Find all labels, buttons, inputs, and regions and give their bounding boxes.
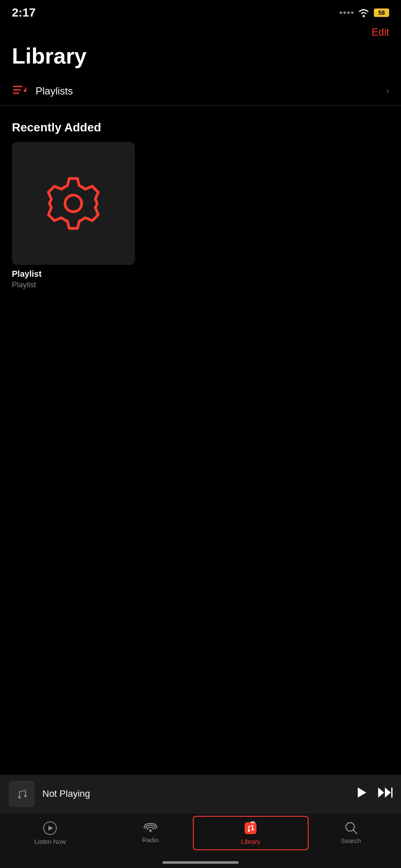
tab-radio[interactable]: Radio — [100, 819, 201, 845]
svg-point-5 — [18, 796, 21, 798]
mini-play-button[interactable] — [356, 787, 367, 801]
listen-now-icon — [43, 821, 57, 835]
mini-player-note-icon — [15, 787, 28, 800]
signal-icon — [340, 11, 354, 14]
svg-marker-9 — [385, 787, 391, 798]
play-icon — [356, 787, 367, 798]
svg-point-15 — [248, 830, 250, 832]
playlist-icon — [12, 83, 28, 99]
edit-button[interactable]: Edit — [372, 26, 389, 38]
tab-search-label: Search — [341, 837, 361, 844]
tab-bar: Listen Now Radio Library Searc — [0, 813, 401, 868]
skip-forward-icon — [377, 787, 393, 798]
home-indicator — [162, 861, 239, 864]
recently-added-header: Recently Added — [0, 106, 401, 142]
mini-player-art — [8, 781, 35, 807]
album-subtitle: Playlist — [12, 281, 135, 289]
album-card[interactable]: Playlist Playlist — [12, 142, 135, 289]
page-title: Library — [0, 40, 401, 77]
tab-search[interactable]: Search — [301, 819, 401, 846]
header-edit-area: Edit — [0, 23, 401, 40]
album-art — [12, 142, 135, 265]
tab-radio-label: Radio — [142, 836, 159, 843]
mini-player[interactable]: Not Playing — [0, 775, 401, 813]
svg-marker-8 — [378, 787, 384, 798]
gear-icon — [44, 174, 103, 233]
status-time: 2:17 — [12, 6, 36, 19]
status-bar: 2:17 58 — [0, 0, 401, 23]
svg-marker-7 — [358, 787, 366, 798]
tab-listen-now-label: Listen Now — [34, 838, 66, 845]
radio-icon — [143, 821, 158, 834]
playlist-music-icon — [12, 83, 28, 99]
wifi-icon — [358, 8, 370, 17]
library-icon — [243, 821, 258, 835]
svg-point-0 — [363, 15, 365, 17]
svg-marker-12 — [48, 826, 53, 831]
status-icons: 58 — [340, 8, 389, 17]
mini-player-controls — [356, 787, 393, 801]
mini-player-title: Not Playing — [42, 788, 356, 799]
tab-listen-now[interactable]: Listen Now — [0, 819, 100, 847]
svg-line-18 — [353, 830, 357, 834]
svg-rect-10 — [391, 787, 393, 798]
svg-point-16 — [252, 829, 254, 831]
playlists-row[interactable]: Playlists › — [0, 77, 401, 106]
playlists-chevron: › — [386, 86, 389, 97]
mini-skip-button[interactable] — [377, 787, 393, 801]
tab-library[interactable]: Library — [200, 819, 301, 847]
playlists-label: Playlists — [36, 85, 386, 97]
recently-added-grid: Playlist Playlist — [0, 142, 401, 289]
svg-point-4 — [65, 195, 81, 211]
svg-point-6 — [24, 795, 27, 797]
search-icon — [344, 821, 358, 835]
svg-point-13 — [149, 829, 152, 832]
battery-indicator: 58 — [374, 8, 389, 17]
tab-library-label: Library — [241, 838, 260, 845]
album-name: Playlist — [12, 269, 135, 279]
svg-rect-14 — [245, 822, 256, 834]
